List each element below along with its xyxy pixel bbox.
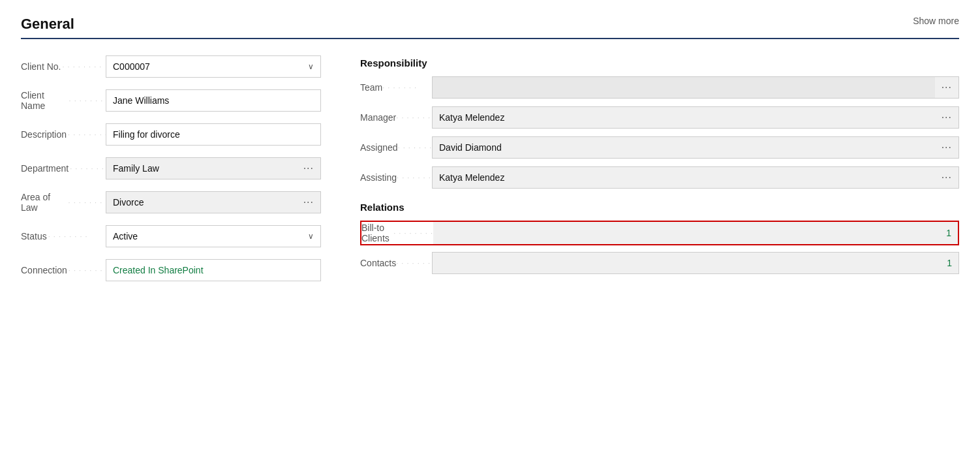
area-of-law-value: Divorce: [113, 197, 144, 208]
assigned-dots-button[interactable]: ···: [935, 136, 959, 159]
field-row-manager: Manager Katya Melendez ···: [360, 106, 959, 129]
field-row-status: Status Active ∨: [21, 225, 321, 248]
bill-to-clients-count: 1: [946, 228, 951, 238]
assisting-dots-button[interactable]: ···: [935, 166, 959, 189]
client-name-label: Client Name: [21, 90, 106, 111]
assisting-value: Katya Melendez: [439, 172, 504, 183]
field-row-team: Team ···: [360, 76, 959, 99]
field-row-assisting: Assisting Katya Melendez ···: [360, 166, 959, 189]
team-dots-button[interactable]: ···: [935, 76, 959, 99]
connection-label: Connection: [21, 265, 106, 275]
status-input[interactable]: Active ∨: [106, 225, 321, 247]
field-row-client-name: Client Name Jane Williams: [21, 89, 321, 112]
assigned-field-group: David Diamond ···: [432, 136, 959, 159]
assigned-label: Assigned: [360, 142, 432, 153]
department-input[interactable]: Family Law: [106, 157, 297, 179]
right-panel: Responsibility Team ··· Manager Katya Me…: [360, 55, 959, 292]
responsibility-title: Responsibility: [360, 57, 959, 69]
client-name-value: Jane Williams: [113, 95, 169, 106]
department-field-group: Family Law ···: [106, 157, 321, 179]
department-value: Family Law: [113, 163, 159, 174]
client-no-value: C000007: [113, 61, 150, 72]
bill-to-clients-value[interactable]: 1: [433, 222, 958, 244]
connection-value: Created In SharePoint: [113, 265, 204, 275]
connection-input[interactable]: Created In SharePoint: [106, 259, 321, 281]
manager-dots-button[interactable]: ···: [935, 106, 959, 129]
area-of-law-field-group: Divorce ···: [106, 191, 321, 213]
field-row-department: Department Family Law ···: [21, 157, 321, 180]
general-header: General Show more: [21, 16, 959, 39]
relations-title: Relations: [360, 202, 959, 213]
manager-field-group: Katya Melendez ···: [432, 106, 959, 129]
department-label: Department: [21, 163, 106, 174]
description-label: Description: [21, 129, 106, 140]
field-row-area-of-law: Area of Law Divorce ···: [21, 191, 321, 214]
contacts-count: 1: [947, 258, 952, 268]
responsibility-section: Responsibility Team ··· Manager Katya Me…: [360, 57, 959, 189]
bill-to-clients-label: Bill-to Clients: [361, 223, 433, 243]
manager-label: Manager: [360, 112, 432, 123]
assisting-input[interactable]: Katya Melendez: [432, 166, 935, 189]
left-panel: Client No. C000007 ∨ Client Name Jane Wi…: [21, 55, 321, 292]
assisting-field-group: Katya Melendez ···: [432, 166, 959, 189]
contacts-value[interactable]: 1: [432, 252, 959, 274]
status-value: Active: [113, 231, 138, 241]
relations-section: Relations Bill-to Clients 1 Contacts 1: [360, 202, 959, 274]
status-dropdown-arrow: ∨: [308, 232, 314, 241]
relation-row-bill-to-clients[interactable]: Bill-to Clients 1: [360, 221, 959, 245]
page-title: General: [21, 16, 74, 33]
main-content: Client No. C000007 ∨ Client Name Jane Wi…: [21, 55, 959, 292]
client-no-label: Client No.: [21, 61, 106, 72]
area-of-law-dots-button[interactable]: ···: [297, 191, 321, 213]
department-dots-button[interactable]: ···: [297, 157, 321, 179]
area-of-law-label: Area of Law: [21, 192, 106, 213]
client-name-input[interactable]: Jane Williams: [106, 89, 321, 112]
team-field-group: ···: [432, 76, 959, 99]
area-of-law-input[interactable]: Divorce: [106, 191, 297, 213]
description-input[interactable]: Filing for divorce: [106, 123, 321, 146]
description-value: Filing for divorce: [113, 129, 180, 140]
field-row-client-no: Client No. C000007 ∨: [21, 55, 321, 78]
client-no-dropdown-arrow: ∨: [308, 62, 314, 71]
show-more-link[interactable]: Show more: [913, 16, 959, 26]
assigned-input[interactable]: David Diamond: [432, 136, 935, 159]
team-input[interactable]: [432, 76, 935, 99]
client-no-input[interactable]: C000007 ∨: [106, 55, 321, 78]
relation-row-contacts[interactable]: Contacts 1: [360, 252, 959, 274]
field-row-description: Description Filing for divorce: [21, 123, 321, 146]
assigned-value: David Diamond: [439, 142, 502, 153]
status-label: Status: [21, 231, 106, 241]
field-row-connection: Connection Created In SharePoint: [21, 258, 321, 282]
team-label: Team: [360, 82, 432, 93]
manager-input[interactable]: Katya Melendez: [432, 106, 935, 129]
field-row-assigned: Assigned David Diamond ···: [360, 136, 959, 159]
assisting-label: Assisting: [360, 172, 432, 183]
manager-value: Katya Melendez: [439, 112, 504, 123]
contacts-label: Contacts: [360, 258, 432, 268]
